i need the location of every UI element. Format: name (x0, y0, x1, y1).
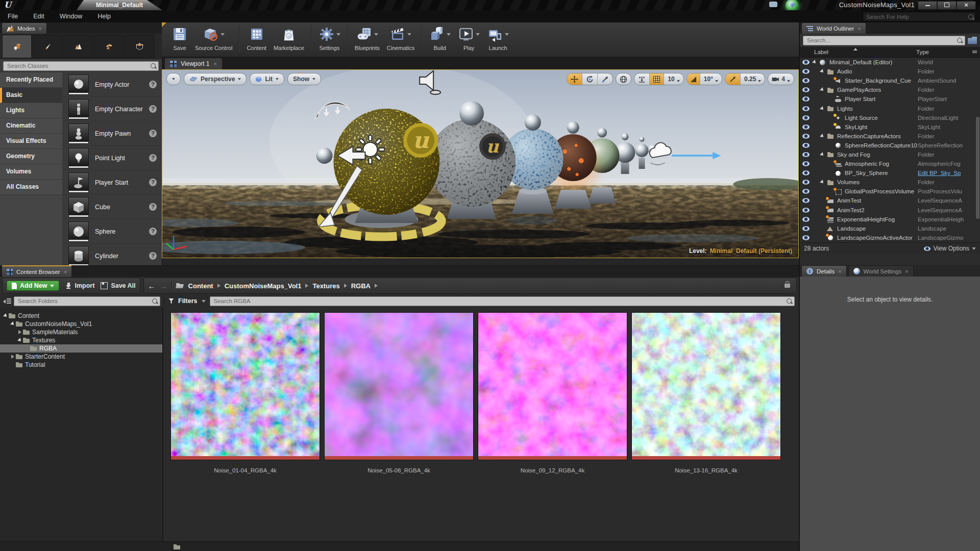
create-folder-icon[interactable] (968, 37, 977, 44)
breadcrumb-project-folder[interactable]: CustomNoiseMaps_Vol1 (225, 282, 302, 290)
visibility-eye-icon[interactable] (802, 188, 810, 194)
close-button[interactable] (957, 1, 976, 10)
scale-snap-toggle[interactable] (725, 73, 741, 85)
surface-snap-button[interactable] (634, 73, 650, 85)
mode-tab-paint[interactable] (33, 35, 62, 58)
placeable-player-start[interactable]: Player Start (62, 170, 162, 195)
close-icon[interactable] (838, 268, 841, 274)
outliner-row[interactable]: LandscapeLandscape (800, 224, 980, 233)
outliner-row[interactable]: Starter_Background_CueAmbientSound (800, 76, 980, 85)
mode-tab-foliage[interactable] (94, 35, 124, 58)
asset-tile[interactable]: Noise_09_12_RGBA_4k (478, 312, 627, 473)
level-indicator[interactable]: Level:Minimal_Default (Persistent) (689, 247, 792, 255)
restore-button[interactable] (937, 1, 957, 10)
visibility-eye-icon[interactable] (802, 216, 810, 222)
content-button[interactable]: Content (243, 22, 270, 51)
collapse-sources-icon[interactable] (3, 298, 11, 305)
breadcrumb-content[interactable]: Content (188, 282, 213, 290)
close-icon[interactable] (213, 61, 216, 67)
launch-button[interactable]: Launch (483, 22, 512, 51)
column-options-icon[interactable] (972, 51, 977, 52)
settings-button[interactable]: Settings (315, 22, 344, 51)
outliner-row[interactable]: SphereReflectionCapture10SphereReflectio… (800, 141, 980, 150)
close-icon[interactable] (64, 269, 67, 275)
help-search-input[interactable] (865, 13, 968, 20)
folder-row-tutorial[interactable]: Tutorial (0, 361, 162, 369)
category-visual-effects[interactable]: Visual Effects (0, 134, 62, 149)
outliner-row[interactable]: AnimTestLevelSequenceA (800, 196, 980, 205)
lock-icon[interactable] (785, 284, 790, 288)
menu-file[interactable]: File (0, 10, 26, 22)
camera-speed-button[interactable]: 4 (768, 73, 794, 85)
show-button[interactable]: Show (287, 73, 321, 85)
outliner-scrollbar[interactable] (976, 117, 979, 219)
visibility-eye-icon[interactable] (802, 226, 810, 232)
visibility-eye-icon[interactable] (802, 106, 810, 112)
build-button[interactable]: Build (425, 22, 454, 51)
tab-modes[interactable]: Modes (2, 22, 47, 34)
rotation-snap-toggle[interactable] (687, 73, 700, 85)
outliner-row[interactable]: Minimal_Default (Editor)World (800, 58, 980, 67)
scale-tool-button[interactable] (598, 73, 612, 85)
expander-icon[interactable] (820, 87, 825, 92)
edit-blueprint-link[interactable]: Edit BP_Sky_Sp (918, 170, 980, 176)
visibility-eye-icon[interactable] (802, 235, 810, 241)
expander-icon[interactable] (17, 338, 22, 343)
dropdown-caret-icon[interactable] (447, 33, 451, 36)
outliner-row[interactable]: GamePlayActorsFolder (800, 85, 980, 94)
placeable-empty-pawn[interactable]: Empty Pawn (62, 121, 162, 146)
tab-world-outliner[interactable]: World Outliner (801, 22, 866, 34)
help-icon[interactable] (149, 252, 157, 260)
outliner-row[interactable]: Player StartPlayerStart (800, 94, 980, 104)
minimize-button[interactable] (918, 1, 937, 10)
category-recently-placed[interactable]: Recently Placed (0, 72, 62, 88)
folder-row-customnoisemaps[interactable]: CustomNoiseMaps_Vol1 (0, 320, 162, 328)
folder-row-textures[interactable]: Textures (0, 336, 162, 344)
help-icon[interactable] (149, 105, 157, 113)
asset-tile[interactable]: Noise_05-08_RGBA_4k (324, 312, 474, 473)
visibility-eye-icon[interactable] (802, 96, 810, 102)
back-button[interactable]: ← (148, 282, 156, 290)
rotation-snap-value[interactable]: 10° (700, 73, 722, 85)
menu-help[interactable]: Help (90, 10, 118, 22)
visibility-eye-icon[interactable] (802, 124, 810, 130)
view-options-button[interactable]: View Options (923, 245, 976, 252)
expander-icon[interactable] (820, 69, 825, 74)
outliner-row[interactable]: GlobalPostProcessVolumePostProcessVolu (800, 187, 980, 196)
outliner-search-box[interactable] (803, 36, 965, 45)
translate-tool-button[interactable] (567, 73, 582, 85)
grid-snap-value[interactable]: 10 (664, 73, 683, 85)
tab-content-browser[interactable]: Content Browser (2, 265, 72, 277)
placeable-empty-actor[interactable]: Empty Actor (62, 72, 162, 97)
viewport-options-button[interactable] (166, 73, 181, 85)
forward-button[interactable]: → (160, 282, 167, 290)
outliner-row[interactable]: ExponentialHeightFogExponentialHeigh (800, 215, 980, 224)
menu-window[interactable]: Window (52, 10, 90, 22)
visibility-eye-icon[interactable] (802, 179, 810, 185)
placeable-cylinder[interactable]: Cylinder (62, 244, 162, 267)
world-local-toggle[interactable] (616, 73, 631, 85)
asset-tile[interactable]: Noise_13-16_RGBA_4k (631, 312, 781, 473)
help-icon[interactable] (149, 179, 157, 186)
visibility-eye-icon[interactable] (802, 197, 810, 204)
menu-edit[interactable]: Edit (26, 10, 52, 22)
folder-row-startercontent[interactable]: StarterContent (0, 353, 162, 361)
lit-mode-button[interactable]: Lit (250, 73, 284, 85)
tab-details[interactable]: Details (801, 265, 847, 277)
placeable-empty-character[interactable]: Empty Character (62, 97, 162, 121)
blueprints-button[interactable]: Blueprints (351, 22, 383, 51)
viewport-3d-view[interactable]: u u (162, 69, 799, 258)
dropdown-caret-icon[interactable] (505, 33, 509, 36)
visibility-eye-icon[interactable] (802, 87, 810, 93)
expander-icon[interactable] (3, 314, 8, 318)
category-volumes[interactable]: Volumes (0, 164, 62, 180)
dropdown-caret-icon[interactable] (220, 33, 225, 36)
outliner-row[interactable]: ReflectionCaptureActorsFolder (800, 132, 980, 141)
visibility-eye-icon[interactable] (802, 142, 810, 148)
mode-tab-geometry[interactable] (125, 35, 154, 58)
placeable-cube[interactable]: Cube (62, 195, 162, 219)
expander-icon[interactable] (820, 152, 825, 157)
search-folders-box[interactable] (14, 296, 160, 306)
help-icon[interactable] (149, 81, 157, 88)
help-icon[interactable] (149, 130, 157, 137)
